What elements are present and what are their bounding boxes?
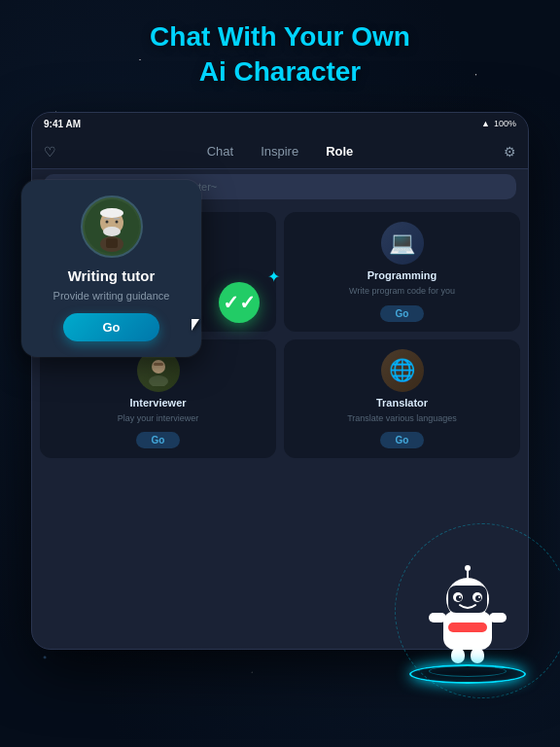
svg-rect-28	[429, 613, 446, 622]
card-interviewer: Interviewer Play your interviewer Go	[40, 339, 276, 459]
svg-point-10	[105, 221, 108, 224]
tab-role[interactable]: Role	[326, 144, 353, 159]
svg-rect-15	[106, 238, 118, 248]
name-translator: Translator	[376, 397, 428, 409]
go-btn-translator[interactable]: Go	[380, 432, 425, 448]
name-interviewer: Interviewer	[129, 397, 186, 409]
svg-rect-31	[471, 648, 484, 663]
status-icons: ▲ 100%	[481, 119, 516, 128]
svg-rect-30	[451, 648, 465, 663]
gear-icon[interactable]: ⚙	[504, 144, 516, 160]
desc-interviewer: Play your interviewer	[118, 413, 199, 425]
popup-name: Writing tutor	[68, 267, 156, 284]
svg-rect-13	[114, 218, 120, 220]
svg-rect-5	[154, 363, 163, 366]
svg-point-8	[100, 208, 123, 218]
wifi-icon: ▲	[481, 119, 490, 128]
title-line2: Ai Character	[199, 56, 362, 87]
go-btn-programming[interactable]: Go	[380, 305, 425, 322]
popup-avatar	[81, 196, 143, 258]
heart-icon[interactable]: ♡	[44, 144, 56, 160]
svg-point-11	[115, 221, 118, 224]
checkmark-badge: ✓	[219, 282, 260, 323]
desc-translator: Translate various languages	[347, 413, 457, 425]
battery-text: 100%	[494, 119, 516, 128]
status-bar: 9:41 AM ▲ 100%	[32, 113, 528, 134]
tab-chat[interactable]: Chat	[207, 144, 233, 159]
robot-mascot	[395, 543, 541, 689]
main-title: Chat With Your Own Ai Character	[0, 19, 560, 90]
title-line1: Chat With Your Own	[150, 21, 410, 52]
svg-rect-29	[489, 613, 507, 622]
name-programming: Programming	[368, 269, 438, 281]
popup-writing-tutor: Writing tutor Provide writing guidance G…	[21, 180, 201, 357]
svg-point-4	[149, 375, 168, 386]
robot-svg	[419, 562, 516, 669]
svg-point-9	[103, 227, 121, 236]
svg-point-25	[478, 596, 480, 598]
svg-rect-12	[104, 218, 110, 220]
avatar-programming: 💻	[381, 222, 424, 265]
svg-point-24	[459, 596, 461, 598]
svg-point-22	[456, 595, 462, 601]
status-time: 9:41 AM	[44, 119, 81, 129]
popup-desc: Provide writing guidance	[53, 290, 170, 302]
card-translator: 🌐 Translator Translate various languages…	[284, 339, 520, 459]
tab-inspire[interactable]: Inspire	[261, 144, 298, 159]
popup-go-button[interactable]: Go	[63, 313, 158, 341]
go-btn-interviewer[interactable]: Go	[136, 432, 181, 448]
nav-tabs: ♡ Chat Inspire Role ⚙	[32, 134, 528, 169]
desc-programming: Write program code for you	[349, 286, 455, 298]
card-programming: 💻 Programming Write program code for you…	[284, 212, 520, 332]
avatar-translator: 🌐	[381, 349, 424, 392]
svg-point-27	[465, 565, 471, 571]
sparkle-icon: ✦	[267, 267, 280, 286]
svg-point-23	[475, 595, 481, 601]
robot-platform-inner	[429, 665, 507, 677]
checkmark-icon: ✓	[239, 291, 256, 314]
svg-rect-17	[448, 622, 487, 632]
svg-point-3	[152, 360, 165, 374]
